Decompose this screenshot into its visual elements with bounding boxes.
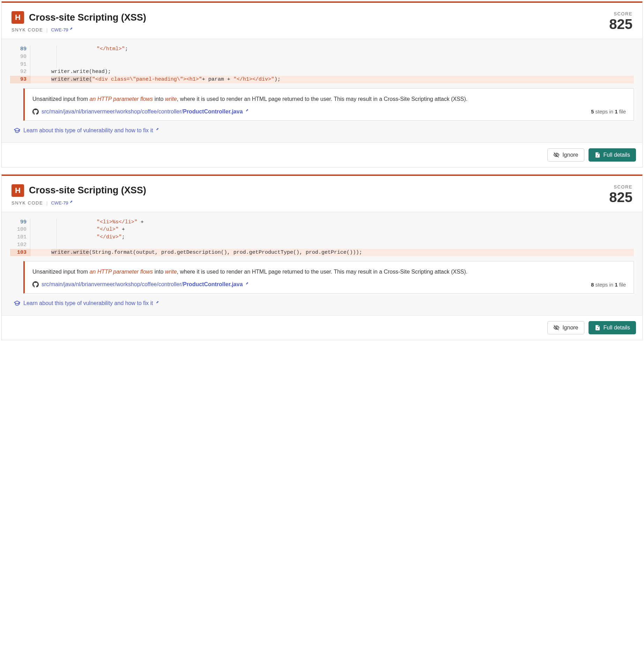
code-line: 90 <box>10 53 634 61</box>
line-number: 89 <box>10 45 30 53</box>
card-footer: Ignore Full details <box>2 142 642 167</box>
score-value: 825 <box>609 190 632 204</box>
line-number: 91 <box>10 61 30 68</box>
learn-more-link[interactable]: Learn about this type of vulnerability a… <box>14 127 159 134</box>
separator: | <box>46 200 47 206</box>
external-link-icon: ⬈ <box>70 27 73 30</box>
code-line: 91 <box>10 61 634 68</box>
code-snippet: 99 "<li>%s</li>" +100 "</ul>" +101 "</di… <box>10 218 634 257</box>
explanation-box: Unsanitized input from an HTTP parameter… <box>23 88 634 121</box>
explanation-text: Unsanitized input from an HTTP parameter… <box>32 268 626 276</box>
explanation-box: Unsanitized input from an HTTP parameter… <box>23 261 634 294</box>
learn-more-link[interactable]: Learn about this type of vulnerability a… <box>14 300 159 307</box>
document-search-icon <box>594 325 601 331</box>
code-line: 102 <box>10 241 634 249</box>
external-link-icon: ⬈ <box>70 200 73 203</box>
line-number: 100 <box>10 226 30 233</box>
explanation-text: Unsanitized input from an HTTP parameter… <box>32 95 626 104</box>
code-line: 92 writer.write(head); <box>10 68 634 76</box>
external-link-icon: ⬈ <box>246 281 248 285</box>
ignore-button[interactable]: Ignore <box>547 148 584 162</box>
source-label: SNYK CODE <box>12 200 43 206</box>
cwe-link[interactable]: CWE-79 ⬈ <box>51 27 72 32</box>
graduation-cap-icon <box>14 127 21 134</box>
full-details-button[interactable]: Full details <box>589 321 636 334</box>
ignore-button[interactable]: Ignore <box>547 321 584 334</box>
graduation-cap-icon <box>14 300 21 307</box>
line-number: 102 <box>10 241 30 249</box>
separator: | <box>46 27 47 32</box>
code-snippet: 89 "</html>";909192 writer.write(head);9… <box>10 45 634 83</box>
eye-off-icon <box>553 152 560 158</box>
steps-count: 5 steps in 1 file <box>591 109 626 114</box>
vulnerability-title: Cross-site Scripting (XSS) <box>29 185 146 196</box>
code-line: 99 "<li>%s</li>" + <box>10 218 634 226</box>
full-details-button[interactable]: Full details <box>589 148 636 162</box>
document-search-icon <box>594 152 601 158</box>
vulnerability-card: H Cross-site Scripting (XSS) SNYK CODE |… <box>1 174 643 341</box>
source-label: SNYK CODE <box>12 27 43 32</box>
code-line: 101 "</div>"; <box>10 233 634 241</box>
line-number: 103 <box>10 249 30 257</box>
score-label: SCORE <box>609 11 632 16</box>
line-number: 90 <box>10 53 30 61</box>
vulnerability-title: Cross-site Scripting (XSS) <box>29 12 146 23</box>
code-line: 103 writer.write(String.format(output, p… <box>10 249 634 257</box>
card-body: 99 "<li>%s</li>" +100 "</ul>" +101 "</di… <box>2 212 642 315</box>
cwe-link[interactable]: CWE-79 ⬈ <box>51 200 72 206</box>
github-icon <box>32 281 39 288</box>
score-value: 825 <box>609 17 632 31</box>
line-number: 92 <box>10 68 30 76</box>
eye-off-icon <box>553 325 560 331</box>
code-line: 93 writer.write("<div class=\"panel-head… <box>10 76 634 83</box>
severity-badge: H <box>12 11 24 24</box>
score-label: SCORE <box>609 184 632 190</box>
github-icon <box>32 109 39 115</box>
card-header: H Cross-site Scripting (XSS) SNYK CODE |… <box>2 176 642 212</box>
card-body: 89 "</html>";909192 writer.write(head);9… <box>2 39 642 142</box>
vulnerability-card: H Cross-site Scripting (XSS) SNYK CODE |… <box>1 1 643 168</box>
card-header: H Cross-site Scripting (XSS) SNYK CODE |… <box>2 3 642 39</box>
severity-badge: H <box>12 184 24 197</box>
external-link-icon: ⬈ <box>246 108 248 112</box>
code-line: 89 "</html>"; <box>10 45 634 53</box>
steps-count: 8 steps in 1 file <box>591 282 626 288</box>
line-number: 99 <box>10 218 30 226</box>
source-file-link[interactable]: src/main/java/nl/brianvermeer/workshop/c… <box>32 109 248 115</box>
external-link-icon: ⬈ <box>156 127 159 131</box>
external-link-icon: ⬈ <box>156 300 159 304</box>
code-line: 100 "</ul>" + <box>10 226 634 233</box>
card-footer: Ignore Full details <box>2 315 642 340</box>
source-file-link[interactable]: src/main/java/nl/brianvermeer/workshop/c… <box>32 281 248 288</box>
line-number: 101 <box>10 233 30 241</box>
line-number: 93 <box>10 76 30 83</box>
